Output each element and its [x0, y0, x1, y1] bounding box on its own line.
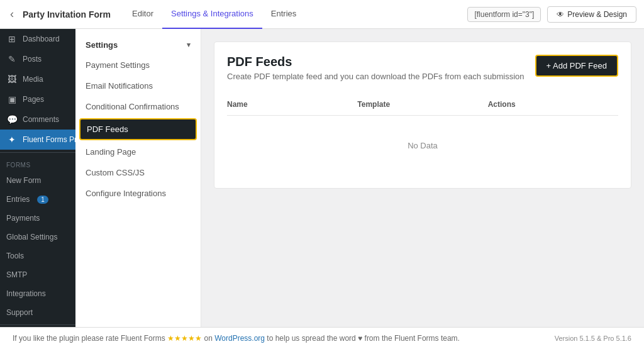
footer-text-after-content: to help us spread the word ♥ from the Fl…: [267, 334, 460, 343]
sidebar-item-comments[interactable]: 💬 Comments: [0, 109, 75, 130]
sidebar-item-new-form[interactable]: New Form: [0, 171, 75, 190]
no-data-text: No Data: [408, 141, 438, 150]
shortcode-badge: [fluentform id="3"]: [467, 7, 541, 22]
content-card: PDF Feeds Create PDF template feed and y…: [214, 42, 631, 189]
wordpress-org-link[interactable]: WordPress.org: [214, 334, 265, 343]
sidebar-item-tools[interactable]: Tools: [0, 247, 75, 265]
col-template: Template: [357, 100, 487, 109]
back-button[interactable]: ‹: [8, 5, 16, 23]
table-header: Name Template Actions: [227, 94, 618, 116]
dashboard-icon: ⊞: [6, 34, 18, 44]
sidebar-item-payments[interactable]: Payments: [0, 209, 75, 228]
content-description: Create PDF template feed and you can dow…: [227, 72, 525, 81]
sidebar-divider-2: [0, 324, 75, 325]
pages-icon: ▣: [6, 94, 18, 104]
top-bar-right: [fluentform id="3"] 👁 Preview & Design: [467, 6, 636, 23]
footer-text: If you like the plugin please rate Fluen…: [13, 334, 460, 343]
posts-icon: ✎: [6, 54, 18, 64]
tab-entries[interactable]: Entries: [262, 0, 305, 29]
menu-item-email-notifications[interactable]: Email Notifications: [75, 75, 201, 96]
menu-item-configure-integrations[interactable]: Configure Integrations: [75, 183, 201, 204]
main-content: PDF Feeds Create PDF template feed and y…: [201, 29, 644, 327]
wp-sidebar: ⊞ Dashboard ✎ Posts 🖼 Media ▣ Pages 💬 Co…: [0, 29, 75, 327]
settings-header-label: Settings: [86, 40, 118, 50]
menu-item-pdf-feeds[interactable]: PDF Feeds: [79, 118, 197, 140]
sidebar-item-smtp[interactable]: SMTP: [0, 265, 75, 284]
sidebar-item-entries[interactable]: Entries 1: [0, 190, 75, 209]
footer-text-before: If you like the plugin please rate Fluen…: [13, 334, 165, 343]
menu-item-landing-page[interactable]: Landing Page: [75, 141, 201, 162]
add-pdf-feed-button[interactable]: + Add PDF Feed: [535, 55, 618, 77]
sidebar-item-media[interactable]: 🖼 Media: [0, 69, 75, 89]
top-bar: ‹ Party Invitation Form Editor Settings …: [0, 0, 644, 29]
form-title: Party Invitation Form: [23, 9, 111, 19]
menu-item-custom-css-js[interactable]: Custom CSS/JS: [75, 162, 201, 183]
footer: If you like the plugin please rate Fluen…: [0, 327, 644, 349]
col-actions: Actions: [488, 100, 618, 109]
tab-settings-integrations[interactable]: Settings & Integrations: [162, 0, 262, 29]
menu-item-payment-settings[interactable]: Payment Settings: [75, 55, 201, 75]
sidebar-item-dashboard[interactable]: ⊞ Dashboard: [0, 29, 75, 49]
footer-on: on: [204, 334, 214, 343]
media-icon: 🖼: [6, 74, 18, 84]
sidebar-item-pages[interactable]: ▣ Pages: [0, 89, 75, 109]
forms-section-label: Forms: [0, 155, 75, 171]
footer-stars: ★★★★★: [167, 334, 202, 343]
sidebar-item-global-settings[interactable]: Global Settings: [0, 228, 75, 247]
sidebar-item-support[interactable]: Support: [0, 303, 75, 322]
eye-icon: 👁: [557, 10, 564, 19]
fluent-forms-icon: ✦: [6, 135, 18, 145]
sidebar-item-integrations[interactable]: Integrations: [0, 284, 75, 303]
content-title-group: PDF Feeds Create PDF template feed and y…: [227, 55, 525, 81]
settings-header[interactable]: Settings ▾: [75, 35, 201, 55]
main-layout: ⊞ Dashboard ✎ Posts 🖼 Media ▣ Pages 💬 Co…: [0, 29, 644, 327]
table-body: No Data: [227, 116, 618, 175]
col-name: Name: [227, 100, 357, 109]
sidebar-item-posts[interactable]: ✎ Posts: [0, 49, 75, 69]
top-nav: Editor Settings & Integrations Entries: [123, 0, 305, 29]
settings-sidebar: Settings ▾ Payment Settings Email Notifi…: [75, 29, 201, 327]
content-title: PDF Feeds: [227, 55, 525, 69]
content-header: PDF Feeds Create PDF template feed and y…: [227, 55, 618, 81]
version-text: Version 5.1.5 & Pro 5.1.6: [555, 335, 631, 342]
tab-editor[interactable]: Editor: [123, 0, 162, 29]
sidebar-item-fluent-forms[interactable]: ✦ Fluent Forms Pro: [0, 130, 75, 150]
sidebar-divider: [0, 152, 75, 153]
entries-badge: 1: [37, 196, 48, 204]
chevron-down-icon: ▾: [187, 41, 191, 49]
comments-icon: 💬: [6, 114, 18, 125]
preview-design-button[interactable]: 👁 Preview & Design: [547, 6, 636, 23]
menu-item-conditional-confirmations[interactable]: Conditional Confirmations: [75, 96, 201, 117]
